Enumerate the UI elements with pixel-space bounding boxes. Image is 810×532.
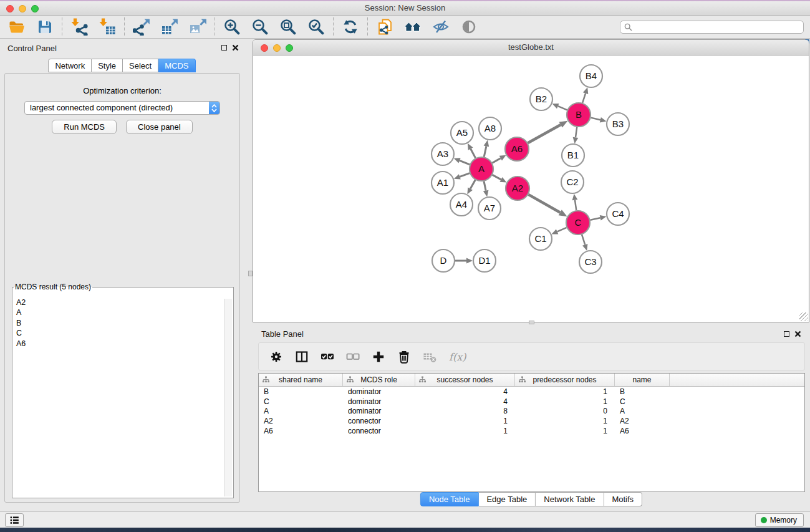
task-history-button[interactable] <box>5 513 24 527</box>
cell-successor-nodes[interactable]: 8 <box>415 407 515 415</box>
edge-A-A8[interactable] <box>484 146 486 157</box>
close-panel-button[interactable]: Close panel <box>126 120 193 134</box>
duplicate-network-icon[interactable] <box>375 17 394 36</box>
zoom-window-button[interactable] <box>31 5 39 12</box>
float-table-panel-icon[interactable] <box>784 331 789 337</box>
cell-name[interactable]: A6 <box>615 427 670 435</box>
vertical-splitter-handle[interactable] <box>248 271 253 276</box>
open-file-icon[interactable] <box>7 17 26 36</box>
edge-A-A5[interactable] <box>471 149 476 158</box>
cell-shared-name[interactable]: C <box>259 397 343 406</box>
column-header-MCDS-role[interactable]: MCDS role <box>343 374 415 386</box>
memory-button[interactable]: Memory <box>755 513 804 527</box>
close-panel-icon[interactable] <box>232 44 239 51</box>
network-zoom-button[interactable] <box>286 44 293 52</box>
export-table-icon[interactable] <box>160 17 179 36</box>
tab-motifs[interactable]: Motifs <box>604 492 642 506</box>
column-header-predecessor-nodes[interactable]: predecessor nodes <box>515 374 615 386</box>
add-column-icon[interactable] <box>372 350 385 364</box>
cell-predecessor-nodes[interactable]: 1 <box>515 427 615 435</box>
cell-shared-name[interactable]: A2 <box>259 417 343 425</box>
cell-MCDS-role[interactable]: dominator <box>343 387 415 396</box>
import-network-icon[interactable] <box>70 17 89 36</box>
column-header-shared-name[interactable]: shared name <box>259 374 343 386</box>
table-row[interactable]: Cdominator41C <box>259 397 804 407</box>
edge-A-A6[interactable] <box>492 158 500 163</box>
network-canvas[interactable]: B4B2BB3A5A8A6A3B1AA1C2A2A4A7C4CC1C3DD1 <box>253 56 809 321</box>
tab-mcds[interactable]: MCDS <box>158 59 195 72</box>
cell-successor-nodes[interactable]: 4 <box>415 387 515 396</box>
edge-C-C4[interactable] <box>591 218 600 220</box>
result-scrollbar[interactable] <box>224 299 232 496</box>
cell-MCDS-role[interactable]: dominator <box>343 407 415 415</box>
table-row[interactable]: A2connector11A2 <box>259 416 804 426</box>
cell-successor-nodes[interactable]: 1 <box>415 427 515 435</box>
split-view-icon[interactable] <box>295 350 309 364</box>
close-window-button[interactable] <box>6 5 14 12</box>
criterion-dropdown[interactable]: largest connected component (directed) <box>24 101 220 115</box>
zoom-selected-icon[interactable] <box>307 17 325 36</box>
cell-name[interactable]: A <box>615 407 670 415</box>
export-network-icon[interactable] <box>132 17 151 36</box>
cell-name[interactable]: C <box>615 397 670 406</box>
cell-predecessor-nodes[interactable]: 0 <box>515 407 615 415</box>
resize-grip-icon[interactable] <box>799 312 808 321</box>
column-header-name[interactable]: name <box>615 374 670 386</box>
edge-A-A2[interactable] <box>493 175 501 179</box>
hide-selected-icon[interactable] <box>432 17 450 36</box>
refresh-layout-icon[interactable] <box>341 17 360 36</box>
edge-C-C2[interactable] <box>575 200 576 210</box>
export-image-icon[interactable] <box>188 17 207 36</box>
deselect-all-icon[interactable] <box>346 350 360 364</box>
tab-node-table[interactable]: Node Table <box>420 492 479 506</box>
tab-select[interactable]: Select <box>123 59 158 72</box>
network-close-button[interactable] <box>261 44 268 52</box>
edge-B-B3[interactable] <box>591 118 600 120</box>
save-session-icon[interactable] <box>36 17 54 36</box>
cell-MCDS-role[interactable]: connector <box>343 427 415 435</box>
mcds-result-item[interactable]: C <box>16 328 223 338</box>
network-window-titlebar[interactable]: testGlobe.txt <box>253 40 809 56</box>
table-row[interactable]: Adominator80A <box>259 407 804 417</box>
mcds-result-item[interactable]: A2 <box>16 297 223 307</box>
mcds-result-item[interactable]: A <box>16 307 223 317</box>
cell-name[interactable]: A2 <box>615 417 670 425</box>
zoom-out-icon[interactable] <box>251 17 269 36</box>
zoom-fit-icon[interactable] <box>279 17 297 36</box>
cell-predecessor-nodes[interactable]: 1 <box>515 387 615 396</box>
cell-predecessor-nodes[interactable]: 1 <box>515 397 615 406</box>
delete-column-icon[interactable] <box>397 350 411 364</box>
edge-C-C3[interactable] <box>582 235 585 244</box>
edge-A-A1[interactable] <box>460 173 470 177</box>
tab-network-table[interactable]: Network Table <box>536 492 604 506</box>
column-header-successor-nodes[interactable]: successor nodes <box>415 374 515 386</box>
network-minimize-button[interactable] <box>273 44 281 52</box>
import-table-icon[interactable] <box>98 17 117 36</box>
settings-icon[interactable] <box>269 350 283 364</box>
tab-style[interactable]: Style <box>92 59 123 72</box>
table-row[interactable]: A6connector11A6 <box>259 426 804 436</box>
cell-successor-nodes[interactable]: 1 <box>415 417 515 425</box>
edge-C-C1[interactable] <box>557 228 567 232</box>
edge-A6-B[interactable] <box>528 125 561 143</box>
edge-B-B1[interactable] <box>576 127 577 137</box>
edge-B-B4[interactable] <box>582 94 586 103</box>
float-panel-icon[interactable] <box>221 45 227 51</box>
cell-shared-name[interactable]: A6 <box>259 427 343 435</box>
cell-shared-name[interactable]: A <box>259 407 343 415</box>
cell-MCDS-role[interactable]: connector <box>343 417 415 425</box>
edge-A-A3[interactable] <box>460 160 470 164</box>
mcds-result-item[interactable]: B <box>16 318 223 328</box>
cell-predecessor-nodes[interactable]: 1 <box>515 417 615 425</box>
edge-A2-C[interactable] <box>528 195 560 213</box>
search-input[interactable] <box>620 21 804 34</box>
minimize-window-button[interactable] <box>19 5 26 12</box>
cell-successor-nodes[interactable]: 4 <box>415 397 515 406</box>
cell-MCDS-role[interactable]: dominator <box>343 397 415 406</box>
edge-A-A7[interactable] <box>484 181 486 191</box>
show-graphics-details-icon[interactable] <box>460 17 478 36</box>
close-table-panel-icon[interactable] <box>794 331 801 337</box>
tab-network[interactable]: Network <box>48 59 92 72</box>
select-all-icon[interactable] <box>321 350 334 364</box>
cell-shared-name[interactable]: B <box>259 387 343 396</box>
